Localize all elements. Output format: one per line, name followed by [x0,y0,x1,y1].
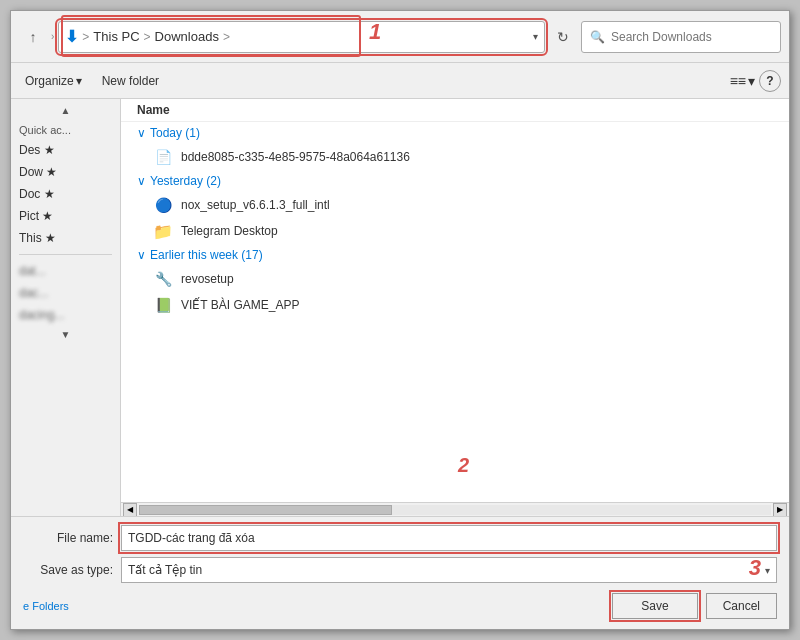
filename-label: File name: [23,531,113,545]
savetype-select[interactable]: Tất cả Tệp tin ▾ [121,557,777,583]
new-folder-label: New folder [102,74,159,88]
save-button[interactable]: Save [612,593,697,619]
group-earlier-label: Earlier this week (17) [150,248,263,262]
buttons-row: e Folders Save Cancel 3 [23,589,777,621]
sidebar-scroll-up[interactable]: ▲ [11,103,120,118]
cancel-label: Cancel [723,599,760,613]
up-button[interactable]: ↑ [19,23,47,51]
nox-setup-icon: 🔵 [153,195,173,215]
group-yesterday-label: Yesterday (2) [150,174,221,188]
list-item[interactable]: 🔧 revosetup [121,266,789,292]
file-name-viet-bai: VIẾT BÀI GAME_APP [181,298,299,312]
sidebar: ▲ Quick ac... Des ★ Dow ★ Doc ★ Pict ★ T… [11,99,121,516]
file-list-header: Name [121,99,789,122]
breadcrumb-chevron-icon[interactable]: ▾ [533,31,538,42]
bottom-form-area: File name: Save as type: Tất cả Tệp tin … [11,516,789,629]
organize-label: Organize [25,74,74,88]
list-item[interactable]: 📗 VIẾT BÀI GAME_APP [121,292,789,318]
sidebar-scroll-down[interactable]: ▼ [11,327,120,342]
cancel-button[interactable]: Cancel [706,593,777,619]
main-area: ▲ Quick ac... Des ★ Dow ★ Doc ★ Pict ★ T… [11,99,789,516]
save-dialog: 1 ↑ › ⬇ > This PC > Downloads > ▾ ↻ 🔍 Or… [10,10,790,630]
file-pane: Name ∨ Today (1) 📄 bdde8085-c335-4e85-95… [121,99,789,502]
save-label: Save [641,599,668,613]
group-yesterday-chevron-icon: ∨ [137,174,146,188]
document-icon: 📄 [153,147,173,167]
revo-setup-icon: 🔧 [153,269,173,289]
list-item[interactable]: 📄 bdde8085-c335-4e85-9575-48a064a61136 [121,144,789,170]
list-item[interactable]: 🔵 nox_setup_v6.6.1.3_full_intl [121,192,789,218]
hscroll-right-button[interactable]: ▶ [773,503,787,517]
file-name-revo: revosetup [181,272,234,286]
organize-button[interactable]: Organize ▾ [19,71,88,91]
group-today-chevron-icon: ∨ [137,126,146,140]
telegram-folder-icon: 📁 [153,221,173,241]
file-name-nox: nox_setup_v6.6.1.3_full_intl [181,198,330,212]
sidebar-divider [19,254,112,255]
group-earlier-chevron-icon: ∨ [137,248,146,262]
view-icon: ≡≡ [730,73,746,89]
hscroll-left-button[interactable]: ◀ [123,503,137,517]
breadcrumb-bar[interactable]: ⬇ > This PC > Downloads > ▾ [58,21,545,53]
savetype-label: Save as type: [23,563,113,577]
sidebar-item-desktop[interactable]: Des ★ [11,140,120,160]
help-label: ? [766,74,773,88]
hscroll-thumb[interactable] [139,505,392,515]
file-pane-wrapper: Name ∨ Today (1) 📄 bdde8085-c335-4e85-95… [121,99,789,516]
organize-chevron-icon: ▾ [76,74,82,88]
bottom-link[interactable]: e Folders [23,598,69,614]
search-input[interactable] [611,30,772,44]
group-today[interactable]: ∨ Today (1) [121,122,789,144]
view-button[interactable]: ≡≡ ▾ [730,73,755,89]
file-name-telegram: Telegram Desktop [181,224,278,238]
search-icon: 🔍 [590,30,605,44]
help-button[interactable]: ? [759,70,781,92]
breadcrumb-sep1: > [82,30,89,44]
sidebar-item-pictures[interactable]: Pict ★ [11,206,120,226]
action-toolbar: Organize ▾ New folder ≡≡ ▾ ? [11,63,789,99]
sidebar-item-downloads[interactable]: Dow ★ [11,162,120,182]
navigation-toolbar: ↑ › ⬇ > This PC > Downloads > ▾ ↻ 🔍 [11,11,789,63]
breadcrumb-arrow-icon: ⬇ [65,27,78,46]
hscroll-track[interactable] [139,505,771,515]
search-box[interactable]: 🔍 [581,21,781,53]
savetype-row: Save as type: Tất cả Tệp tin ▾ [23,557,777,583]
savetype-value: Tất cả Tệp tin [128,563,202,577]
excel-icon: 📗 [153,295,173,315]
breadcrumb-this-pc[interactable]: This PC [93,29,139,44]
breadcrumb-sep2: > [144,30,151,44]
file-name-bdde: bdde8085-c335-4e85-9575-48a064a61136 [181,150,410,164]
sidebar-quick-access: Quick ac... [11,120,120,138]
filename-row: File name: [23,525,777,551]
filename-input[interactable] [121,525,777,551]
breadcrumb-sep3: > [223,30,230,44]
separator-1: › [51,31,54,42]
savetype-chevron-icon: ▾ [765,565,770,576]
group-yesterday[interactable]: ∨ Yesterday (2) [121,170,789,192]
sidebar-item-dac[interactable]: dac... [11,283,120,303]
sidebar-item-documents[interactable]: Doc ★ [11,184,120,204]
sidebar-item-dat[interactable]: dat... [11,261,120,281]
new-folder-button[interactable]: New folder [96,71,165,91]
sidebar-item-this[interactable]: This ★ [11,228,120,248]
sidebar-item-dacing[interactable]: dacing... [11,305,120,325]
horizontal-scrollbar[interactable]: ◀ ▶ [121,502,789,516]
breadcrumb-downloads[interactable]: Downloads [155,29,219,44]
refresh-button[interactable]: ↻ [549,23,577,51]
group-today-label: Today (1) [150,126,200,140]
list-item[interactable]: 📁 Telegram Desktop [121,218,789,244]
view-chevron-icon: ▾ [748,73,755,89]
group-earlier[interactable]: ∨ Earlier this week (17) [121,244,789,266]
